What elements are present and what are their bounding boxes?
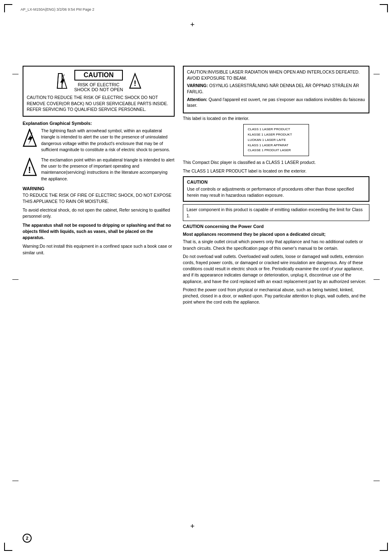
- corner-mark-tr: [380, 4, 388, 12]
- symbol-row-exclamation: ! The exclamation point within an equila…: [23, 157, 175, 182]
- label-note: This label is located on the interior.: [183, 116, 369, 121]
- class1-line2: KLASSE 1 LASER PRODUKT: [248, 132, 304, 138]
- content-area: CAUTION RISK OF ELECTRIC SHOCK DO NOT OP…: [23, 66, 369, 530]
- tick-mark: [374, 279, 380, 280]
- caution-subtitle: RISK OF ELECTRIC SHOCK DO NOT OPEN: [74, 82, 123, 92]
- warning-heading: WARNING: [23, 186, 175, 191]
- corner-mark-tl: [4, 4, 12, 12]
- class1-line5: CLASSE 1 PRODUIT LASER: [248, 148, 304, 153]
- laser-component-box: Laser component in this product is capab…: [183, 204, 369, 221]
- caution-body-text: CAUTION:TO REDUCE THE RISK OF ELECTRIC S…: [27, 94, 171, 113]
- symbol1-text: The lightning flash with arrowhead symbo…: [41, 128, 175, 153]
- class1-text1: This Compact Disc player is classified a…: [183, 159, 369, 166]
- caution-right-heading: CAUTION: [187, 180, 365, 184]
- symbol-row-lightning: The lightning flash with arrowhead symbo…: [23, 128, 175, 153]
- class1-line1: CLASS 1 LASER PRODUCT: [248, 127, 304, 132]
- tick-mark: [374, 74, 380, 74]
- lightning-icon: [56, 73, 68, 89]
- caution-header: CAUTION RISK OF ELECTRIC SHOCK DO NOT OP…: [27, 70, 171, 92]
- caution-right-box: CAUTION Use of controls or adjustments o…: [183, 176, 369, 201]
- graphical-symbols-heading: Explanation Graphical Symbols:: [23, 121, 175, 126]
- warning-text2: To avoid electrical shock, do not open t…: [23, 207, 175, 219]
- tick-mark: [12, 481, 18, 481]
- power-cord-para2: Do not overload wall outlets. Overloaded…: [183, 253, 369, 285]
- warning-bold-text: The apparatus shall not be exposed to dr…: [23, 222, 175, 241]
- right-column: CAUTION:INVISIBLE LASER RADIATION WHEN O…: [183, 66, 369, 530]
- class1-line4: KLASS 1 LASER APPARAT: [248, 143, 304, 148]
- warning-text3: Warning:Do not install this equipment in…: [23, 243, 175, 256]
- laser-warning-box: CAUTION:INVISIBLE LASER RADIATION WHEN O…: [183, 66, 369, 113]
- corner-mark-bl: [4, 543, 12, 551]
- warning-section: WARNING TO REDUCE THE RISK OF FIRE OF EL…: [23, 186, 175, 256]
- power-cord-subheading: Most appliances recommend they be placed…: [183, 231, 369, 237]
- warning-text1: TO REDUCE THE RISK OF FIRE OF ELECTRIC S…: [23, 192, 175, 205]
- tick-mark: [12, 279, 18, 280]
- power-cord-para3: Protect the power cord from physical or …: [183, 287, 369, 306]
- class1-text2: The CLASS 1 LASER PRODUCT label is locat…: [183, 168, 369, 174]
- power-cord-para1: That is, a single outlet circuit which p…: [183, 239, 369, 251]
- caution-title-block: CAUTION RISK OF ELECTRIC SHOCK DO NOT OP…: [74, 70, 123, 92]
- laser-warning-line3: Attention: Quand l'appareil est ouvert, …: [187, 97, 365, 108]
- class1-line3: LUOKAN 1 LASER LAITE: [248, 138, 304, 143]
- header-text: AP_LX-M150A(ENG) 3/2/06 9:54 PM Page 2: [21, 7, 95, 12]
- crosshair-top: [189, 23, 197, 31]
- svg-text:!: !: [134, 79, 136, 88]
- page-number: 2: [23, 534, 32, 543]
- exclamation-triangle-icon: !: [129, 73, 141, 89]
- power-cord-section: CAUTION concerning the Power Cord Most a…: [183, 223, 369, 305]
- caution-box-main: CAUTION RISK OF ELECTRIC SHOCK DO NOT OP…: [23, 66, 175, 117]
- svg-text:!: !: [28, 165, 31, 175]
- exclamation-triangle-icon-2: !: [23, 158, 37, 177]
- laser-warning-line1: CAUTION:INVISIBLE LASER RADIATION WHEN O…: [187, 69, 365, 81]
- laser-warning-line2: VARNING: OSYNLIG LASERSTRÅLNING NÄR DENN…: [187, 83, 365, 94]
- corner-mark-br: [380, 543, 388, 551]
- class1-label-box: CLASS 1 LASER PRODUCT KLASSE 1 LASER PRO…: [243, 124, 309, 156]
- left-column: CAUTION RISK OF ELECTRIC SHOCK DO NOT OP…: [23, 66, 175, 530]
- lightning-triangle-icon: [23, 129, 37, 148]
- symbol2-text: The exclamation point within an equilate…: [41, 157, 175, 182]
- tick-mark: [12, 74, 18, 74]
- caution-title: CAUTION: [74, 70, 123, 81]
- tick-mark: [374, 481, 380, 481]
- caution-right-text: Use of controls or adjustments or perfor…: [187, 186, 365, 198]
- power-cord-heading: CAUTION concerning the Power Cord: [183, 223, 369, 230]
